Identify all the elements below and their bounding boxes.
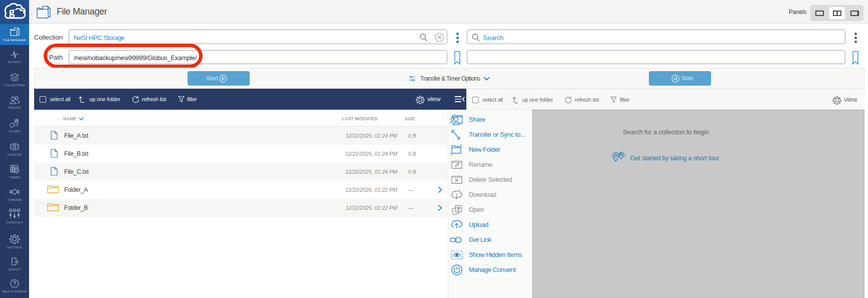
svg-text:g: g	[9, 5, 15, 18]
